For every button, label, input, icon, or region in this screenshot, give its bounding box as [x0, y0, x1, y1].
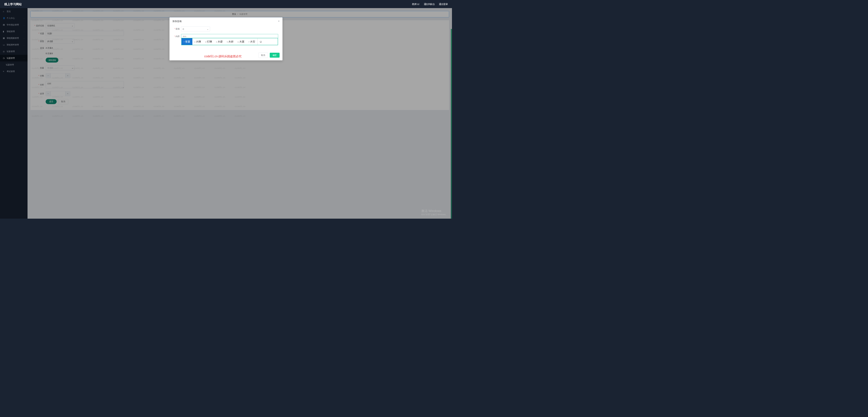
ime-candidate[interactable]: 4大爱	[214, 40, 225, 43]
add-option-modal: 添加选项 × *选项 C *内容 1答案 2大啊 3打啊 4大爱 5大碍 6大案…	[169, 18, 282, 61]
ime-candidate[interactable]: 3打啊	[203, 40, 214, 43]
modal-close-button[interactable]: ×	[278, 20, 280, 23]
header-right: 教师 12 退出到前台 退出登录	[412, 3, 447, 5]
ime-emoji-button[interactable]: ☺	[257, 38, 264, 45]
ime-candidate[interactable]: 7大安	[247, 40, 257, 43]
right-edge-bar	[451, 29, 452, 219]
ime-candidate[interactable]: 5大碍	[225, 40, 236, 43]
ime-candidate[interactable]: 6大案	[236, 40, 246, 43]
modal-cancel-button[interactable]: 取消	[258, 53, 268, 58]
modal-content-input[interactable]	[181, 34, 278, 38]
watermark-red: code51.cn-源码乐园盗图必究	[204, 55, 242, 59]
ime-candidate[interactable]: 1答案	[182, 38, 192, 45]
modal-ok-button[interactable]: 确定	[270, 53, 280, 58]
modal-option-label: *选项	[173, 27, 181, 30]
chevron-down-icon	[207, 28, 209, 30]
ime-candidate[interactable]: 2大啊	[192, 40, 203, 43]
ime-candidate-bar: 1答案 2大啊 3打啊 4大爱 5大碍 6大案 7大安 ☺	[181, 38, 278, 45]
modal-option-select[interactable]: C	[181, 27, 210, 32]
site-title: 线上学习网站	[4, 2, 22, 6]
header: 线上学习网站 教师 12 退出到前台 退出登录	[0, 0, 452, 8]
to-front-link[interactable]: 退出到前台	[424, 3, 435, 5]
modal-content-label: *内容	[173, 34, 181, 38]
modal-title: 添加选项	[173, 20, 182, 23]
user-link[interactable]: 教师 12	[412, 3, 419, 5]
logout-link[interactable]: 退出登录	[439, 3, 447, 5]
